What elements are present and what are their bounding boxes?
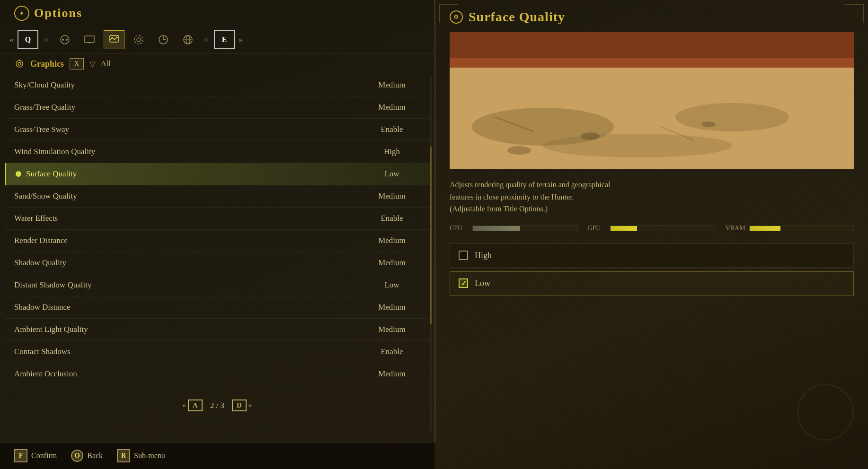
tab-display[interactable] — [79, 30, 100, 49]
setting-value: Low — [363, 169, 420, 179]
description: Adjusts rendering quality of terrain and… — [450, 179, 854, 215]
options-list: High ✓ Low — [450, 243, 854, 295]
setting-left-0: Sky/Cloud Quality — [14, 80, 75, 90]
active-indicator — [16, 171, 21, 177]
setting-row-water-effects[interactable]: Water EffectsEnable — [5, 208, 430, 230]
setting-value: High — [363, 147, 420, 156]
setting-value: Enable — [363, 347, 420, 356]
setting-row-shadow-distance[interactable]: Shadow DistanceMedium — [5, 296, 430, 319]
setting-value: Medium — [363, 303, 420, 312]
option-high[interactable]: High — [450, 243, 854, 268]
svg-point-1 — [62, 39, 64, 41]
option-high-checkbox — [459, 251, 468, 260]
right-panel: ⚙ Surface Quality Adjusts rendering qual… — [435, 0, 868, 469]
setting-row-contact-shadows[interactable]: Contact ShadowsEnable — [5, 341, 430, 363]
setting-row-shadow-quality[interactable]: Shadow QualityMedium — [5, 252, 430, 274]
page-info: 2 / 3 — [210, 401, 224, 410]
setting-row-grass-tree-quality[interactable]: Grass/Tree QualityMedium — [5, 96, 430, 119]
submenu-label: Sub-menu — [134, 452, 165, 460]
option-low-label: Low — [475, 278, 490, 288]
left-panel: ✦ Options « Q × — [0, 0, 435, 469]
tab-gameplay[interactable] — [153, 30, 174, 49]
nav-left-arrow[interactable]: « — [9, 35, 14, 45]
gpu-resource: GPU — [587, 225, 716, 232]
setting-value: Medium — [363, 258, 420, 268]
svg-point-15 — [18, 62, 21, 65]
cpu-bar — [472, 226, 578, 231]
svg-rect-19 — [450, 58, 854, 68]
setting-name: Ambient Occlusion — [14, 369, 77, 379]
setting-left-10: Shadow Distance — [14, 303, 71, 312]
setting-name: Grass/Tree Quality — [14, 103, 75, 112]
svg-point-25 — [581, 132, 600, 140]
setting-left-8: Shadow Quality — [14, 258, 66, 268]
option-low[interactable]: ✓ Low — [450, 271, 854, 295]
tab-system[interactable] — [128, 30, 149, 49]
corner-decoration-tr — [845, 4, 864, 23]
setting-name: Shadow Quality — [14, 258, 66, 268]
right-panel-title: ⚙ Surface Quality — [450, 9, 854, 25]
cpu-label: CPU — [450, 225, 469, 232]
setting-value: Medium — [363, 103, 420, 112]
setting-left-11: Ambient Light Quality — [14, 325, 88, 334]
setting-left-5: Sand/Snow Quality — [14, 191, 77, 201]
svg-rect-3 — [85, 36, 94, 43]
setting-row-ambient-light-quality[interactable]: Ambient Light QualityMedium — [5, 319, 430, 341]
nav-right-arrow[interactable]: » — [239, 35, 243, 45]
filter-category-icon — [14, 59, 25, 69]
setting-row-sand-snow-quality[interactable]: Sand/Snow QualityMedium — [5, 185, 430, 208]
filter-funnel-icon: ▽ — [89, 60, 95, 69]
svg-point-9 — [134, 35, 143, 44]
prev-key: A — [188, 400, 203, 411]
setting-left-13: Ambient Occlusion — [14, 369, 77, 379]
vram-fill — [750, 226, 781, 231]
setting-name: Wind Simulation Quality — [14, 147, 95, 156]
setting-name: Shadow Distance — [14, 303, 71, 312]
setting-row-surface-quality[interactable]: Surface QualityLow — [5, 163, 430, 185]
checkmark-icon: ✓ — [461, 279, 467, 288]
setting-row-sky-cloud-quality[interactable]: Sky/Cloud QualityMedium — [5, 74, 430, 96]
next-page-btn[interactable]: D » — [232, 400, 252, 411]
prev-page-btn[interactable]: « A — [183, 400, 203, 411]
page-title: Options — [34, 6, 82, 20]
tab-e[interactable]: E — [214, 30, 235, 49]
preview-image — [450, 32, 854, 169]
filter-category-label: Graphics — [30, 59, 64, 69]
setting-name: Surface Quality — [26, 169, 77, 179]
gpu-bar — [610, 226, 716, 231]
tab-controls[interactable] — [54, 30, 75, 49]
filter-clear-button[interactable]: X — [70, 58, 84, 69]
next-arrow: » — [248, 401, 252, 409]
setting-value: Low — [363, 280, 420, 290]
svg-point-2 — [66, 39, 68, 41]
setting-row-ambient-occlusion[interactable]: Ambient OcclusionMedium — [5, 363, 430, 385]
setting-value: Enable — [363, 125, 420, 134]
svg-point-14 — [16, 61, 23, 67]
svg-point-26 — [701, 122, 716, 127]
svg-point-8 — [137, 38, 141, 42]
tab-language[interactable] — [177, 30, 198, 49]
cpu-fill — [473, 226, 520, 231]
setting-row-render-distance[interactable]: Render DistanceMedium — [5, 230, 430, 252]
tab-q[interactable]: Q — [18, 30, 38, 49]
svg-point-22 — [543, 134, 732, 157]
setting-row-wind-simulation-quality[interactable]: Wind Simulation QualityHigh — [5, 141, 430, 163]
filter-all-label: All — [101, 60, 110, 68]
option-low-checkbox: ✓ — [459, 278, 468, 288]
vram-resource: VRAM — [726, 225, 854, 232]
title-icon: ✦ — [14, 6, 29, 21]
nav-tabs: « Q × — [0, 26, 434, 53]
setting-value: Medium — [363, 325, 420, 334]
setting-name: Water Effects — [14, 214, 58, 223]
setting-row-distant-shadow-quality[interactable]: Distant Shadow QualityLow — [5, 274, 430, 296]
setting-value: Enable — [363, 214, 420, 223]
gpu-label: GPU — [587, 225, 606, 232]
setting-row-grass-tree-sway[interactable]: Grass/Tree SwayEnable — [5, 119, 430, 141]
back-action: O Back — [71, 450, 103, 462]
scrollbar[interactable] — [430, 76, 432, 431]
tab-graphics[interactable] — [104, 30, 124, 49]
setting-value: Medium — [363, 191, 420, 201]
setting-left-4: Surface Quality — [16, 169, 77, 179]
confirm-action: F Confirm — [14, 449, 57, 462]
settings-list: Sky/Cloud QualityMediumGrass/Tree Qualit… — [0, 74, 434, 385]
